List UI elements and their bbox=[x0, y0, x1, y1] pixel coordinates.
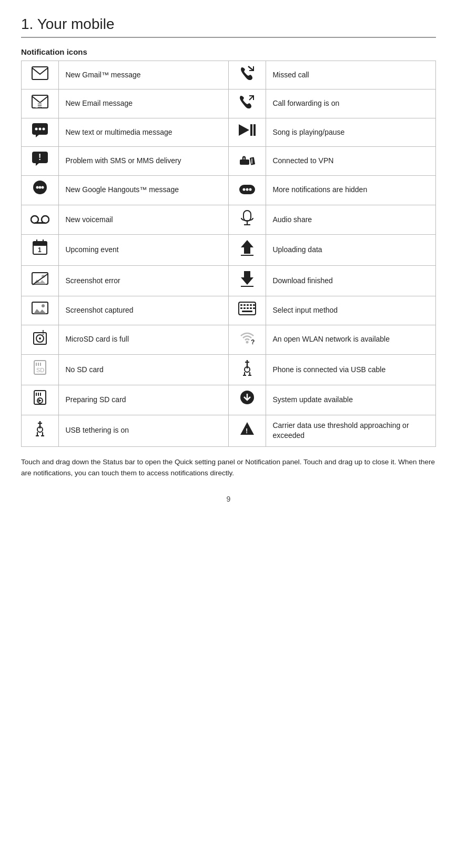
left-label-2: New text or multimedia message bbox=[59, 118, 229, 146]
svg-text:!: ! bbox=[42, 330, 44, 336]
svg-point-26 bbox=[246, 188, 249, 191]
svg-point-10 bbox=[43, 127, 45, 130]
left-label-7: Screenshot error bbox=[59, 265, 229, 296]
left-icon-event: 1 bbox=[22, 235, 59, 265]
svg-text:!: ! bbox=[38, 153, 41, 162]
right-icon-carrier_data: ! bbox=[228, 415, 266, 446]
left-label-9: MicroSD card is full bbox=[59, 325, 229, 354]
left-label-5: New voicemail bbox=[59, 205, 229, 234]
left-label-10: No SD card bbox=[59, 354, 229, 385]
table-row: SD No SD card Phone is connected via USB… bbox=[22, 354, 436, 385]
right-icon-missed_call bbox=[228, 61, 266, 89]
svg-line-1 bbox=[248, 66, 253, 71]
svg-rect-17 bbox=[240, 159, 249, 165]
svg-text:SD: SD bbox=[36, 367, 44, 373]
right-label-4: More notifications are hidden bbox=[266, 175, 436, 205]
left-label-6: Upcoming event bbox=[59, 235, 229, 265]
svg-text:!: ! bbox=[246, 427, 248, 435]
left-icon-screenshot_error bbox=[22, 265, 59, 296]
svg-point-29 bbox=[42, 216, 49, 223]
right-icon-upload bbox=[228, 235, 266, 265]
right-label-3: Connected to VPN bbox=[266, 147, 436, 175]
left-icon-hangouts bbox=[22, 175, 59, 205]
svg-text:☰: ☰ bbox=[37, 103, 42, 108]
left-icon-no_sd: SD bbox=[22, 354, 59, 385]
right-label-6: Uploading data bbox=[266, 235, 436, 265]
svg-marker-39 bbox=[241, 240, 253, 254]
table-row: ☰ New Email message Call forwarding is o… bbox=[22, 89, 436, 118]
right-label-2: Song is playing/pause bbox=[266, 118, 436, 146]
table-row: ! MicroSD card is full ? An open WLAN ne… bbox=[22, 325, 436, 354]
right-icon-download bbox=[228, 265, 266, 296]
left-icon-email: ☰ bbox=[22, 89, 59, 118]
left-label-11: Preparing SD card bbox=[59, 385, 229, 415]
svg-rect-53 bbox=[253, 304, 255, 306]
svg-rect-18 bbox=[250, 157, 255, 165]
svg-marker-11 bbox=[239, 124, 249, 136]
left-icon-sms bbox=[22, 118, 59, 146]
svg-rect-0 bbox=[32, 67, 48, 79]
right-label-1: Call forwarding is on bbox=[266, 89, 436, 118]
svg-text:1: 1 bbox=[38, 246, 42, 254]
left-label-1: New Email message bbox=[59, 89, 229, 118]
table-row: New voicemail Audio share bbox=[22, 205, 436, 234]
svg-point-27 bbox=[249, 188, 252, 191]
svg-rect-51 bbox=[247, 304, 249, 306]
right-label-10: Phone is connected via USB cable bbox=[266, 354, 436, 385]
left-icon-screenshot bbox=[22, 296, 59, 325]
svg-rect-46 bbox=[32, 302, 48, 314]
svg-point-22 bbox=[39, 186, 42, 188]
svg-text:?: ? bbox=[251, 338, 255, 344]
svg-line-5 bbox=[249, 96, 253, 100]
left-icon-microsd_full: ! bbox=[22, 325, 59, 354]
page-number: 9 bbox=[21, 495, 436, 503]
right-icon-song bbox=[228, 118, 266, 146]
right-icon-audio_share bbox=[228, 205, 266, 234]
right-icon-call_forward bbox=[228, 89, 266, 118]
svg-rect-31 bbox=[243, 211, 251, 221]
section-title: Notification icons bbox=[21, 47, 436, 56]
svg-rect-55 bbox=[243, 307, 246, 309]
svg-rect-35 bbox=[33, 242, 47, 246]
right-label-8: Select input method bbox=[266, 296, 436, 325]
page-title: 1. Your mobile bbox=[21, 16, 436, 38]
svg-rect-40 bbox=[241, 255, 253, 256]
right-label-7: Download finished bbox=[266, 265, 436, 296]
svg-point-62 bbox=[39, 337, 41, 340]
svg-rect-59 bbox=[242, 311, 252, 312]
svg-rect-52 bbox=[250, 304, 252, 306]
svg-rect-57 bbox=[250, 307, 252, 309]
left-label-3: Problem with SMS or MMS delivery bbox=[59, 147, 229, 175]
right-label-5: Audio share bbox=[266, 205, 436, 234]
svg-rect-30 bbox=[35, 222, 45, 224]
left-label-4: New Google Hangouts™ message bbox=[59, 175, 229, 205]
svg-rect-41 bbox=[32, 273, 48, 284]
left-label-12: USB tethering is on bbox=[59, 415, 229, 446]
left-icon-voicemail bbox=[22, 205, 59, 234]
svg-marker-7 bbox=[36, 135, 39, 137]
table-row: New Google Hangouts™ message More notifi… bbox=[22, 175, 436, 205]
left-label-0: New Gmail™ message bbox=[59, 61, 229, 89]
table-row: 1 Upcoming event Uploading data bbox=[22, 235, 436, 265]
left-icon-preparing_sd bbox=[22, 385, 59, 415]
left-icon-gmail bbox=[22, 61, 59, 89]
left-icon-sms_error: ! bbox=[22, 147, 59, 175]
table-row: ! Problem with SMS or MMS delivery Conne… bbox=[22, 147, 436, 175]
svg-rect-54 bbox=[240, 307, 242, 309]
left-icon-usb_tether bbox=[22, 415, 59, 446]
svg-point-9 bbox=[39, 127, 42, 130]
left-label-8: Screenshot captured bbox=[59, 296, 229, 325]
svg-rect-49 bbox=[240, 304, 242, 306]
svg-point-28 bbox=[31, 216, 38, 223]
table-row: Preparing SD card System update availabl… bbox=[22, 385, 436, 415]
right-icon-usb bbox=[228, 354, 266, 385]
table-row: New Gmail™ message Missed call bbox=[22, 61, 436, 89]
right-icon-more_notif bbox=[228, 175, 266, 205]
svg-point-47 bbox=[42, 304, 45, 307]
svg-point-21 bbox=[36, 186, 39, 188]
right-icon-wlan: ? bbox=[228, 325, 266, 354]
footer-text: Touch and drag down the Status bar to op… bbox=[21, 456, 436, 479]
notification-icons-table: New Gmail™ message Missed call ☰ New Ema… bbox=[21, 61, 436, 447]
svg-point-8 bbox=[35, 127, 38, 130]
table-row: New text or multimedia message Song is p… bbox=[22, 118, 436, 146]
